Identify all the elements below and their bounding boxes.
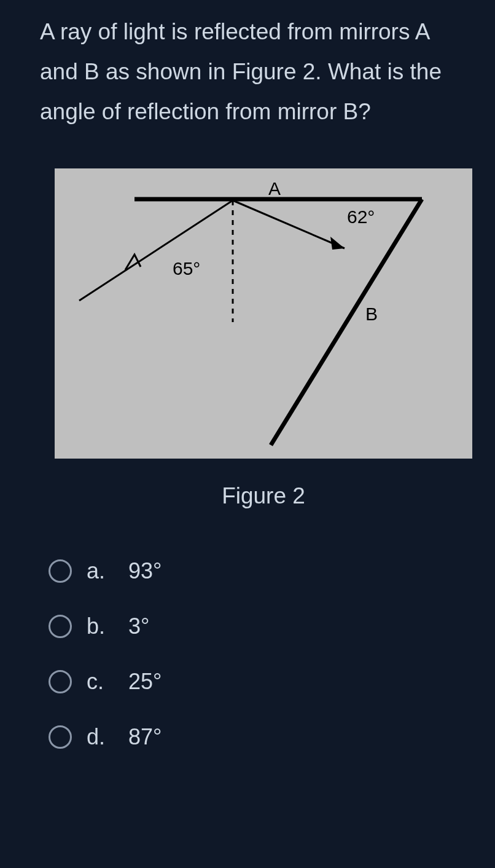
figure-image: A B 65° 62° xyxy=(55,168,472,459)
radio-icon[interactable] xyxy=(49,559,72,583)
option-d[interactable]: d. 87° xyxy=(49,724,455,750)
option-letter: a. xyxy=(87,558,111,584)
figure-svg xyxy=(55,168,472,459)
label-mirror-b: B xyxy=(365,304,378,325)
radio-icon[interactable] xyxy=(49,615,72,638)
label-mirror-a: A xyxy=(268,178,281,199)
option-text: 3° xyxy=(128,614,149,639)
options-list: a. 93° b. 3° c. 25° d. 87° xyxy=(49,558,455,750)
question-text: A ray of light is reflected from mirrors… xyxy=(40,12,455,132)
figure-caption: Figure 2 xyxy=(55,483,472,509)
svg-marker-5 xyxy=(330,237,345,250)
option-text: 93° xyxy=(128,558,162,584)
radio-icon[interactable] xyxy=(49,725,72,749)
option-b[interactable]: b. 3° xyxy=(49,614,455,639)
option-text: 25° xyxy=(128,669,162,695)
radio-icon[interactable] xyxy=(49,670,72,693)
option-a[interactable]: a. 93° xyxy=(49,558,455,584)
option-letter: d. xyxy=(87,724,111,750)
label-angle-65: 65° xyxy=(173,258,200,279)
svg-line-1 xyxy=(271,199,422,445)
label-angle-62: 62° xyxy=(347,207,375,227)
svg-line-2 xyxy=(79,200,233,301)
option-letter: c. xyxy=(87,669,111,695)
option-c[interactable]: c. 25° xyxy=(49,669,455,695)
figure-container: A B 65° 62° Figure 2 xyxy=(55,168,472,509)
option-text: 87° xyxy=(128,724,162,750)
option-letter: b. xyxy=(87,614,111,639)
svg-line-4 xyxy=(233,200,345,248)
